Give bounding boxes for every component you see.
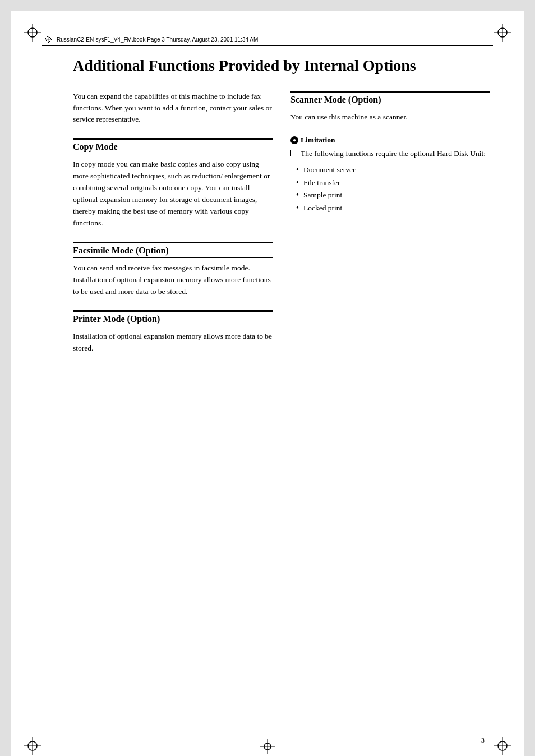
right-column: Scanner Mode (Option) You can use this m… <box>290 91 490 367</box>
list-item: Sample print <box>296 189 490 201</box>
content-area: Additional Functions Provided by Interna… <box>73 56 490 722</box>
printer-mode-body: Installation of optional expansion memor… <box>73 331 273 354</box>
list-item: Document server <box>296 164 490 176</box>
corner-mark-bl <box>21 735 44 756</box>
corner-mark-br <box>491 735 514 756</box>
two-column-layout: You can expand the capabilities of this … <box>73 91 490 367</box>
facsimile-mode-body: You can send and receive fax messages in… <box>73 262 273 298</box>
header-diamond-icon <box>44 35 52 43</box>
limitation-title: ● Limitation <box>290 136 490 145</box>
limitation-icon: ● <box>290 136 298 144</box>
facsimile-mode-heading-block: Facsimile Mode (Option) <box>73 242 273 258</box>
header-strip: RussianC2-EN-sysF1_V4_FM.book Page 3 Thu… <box>42 33 493 46</box>
corner-mark-tr <box>491 21 514 44</box>
section-copy-mode: Copy Mode In copy mode you can make basi… <box>73 138 273 229</box>
page-number: 3 <box>481 736 485 745</box>
bullet-item-locked-print: Locked print <box>303 202 342 214</box>
copy-mode-heading: Copy Mode <box>73 142 273 152</box>
corner-mark-tl <box>21 21 44 44</box>
limitation-checkbox-text: The following functions require the opti… <box>301 148 486 160</box>
limitation-checkbox-line: The following functions require the opti… <box>290 148 490 160</box>
list-item: File transfer <box>296 177 490 189</box>
bullet-item-sample-print: Sample print <box>303 189 342 201</box>
header-text: RussianC2-EN-sysF1_V4_FM.book Page 3 Thu… <box>57 36 258 43</box>
scanner-mode-heading-block: Scanner Mode (Option) <box>290 91 490 107</box>
list-item: Locked print <box>296 202 490 214</box>
intro-paragraph: You can expand the capabilities of this … <box>73 91 273 126</box>
scanner-mode-heading: Scanner Mode (Option) <box>290 95 490 105</box>
section-facsimile-mode: Facsimile Mode (Option) You can send and… <box>73 242 273 298</box>
left-column: You can expand the capabilities of this … <box>73 91 273 367</box>
scanner-mode-body: You can use this machine as a scanner. <box>290 112 490 123</box>
limitation-checkbox <box>290 150 297 156</box>
center-bottom-mark <box>259 738 276 756</box>
bullet-item-document-server: Document server <box>303 164 356 176</box>
limitation-block: ● Limitation The following functions req… <box>290 136 490 214</box>
page: RussianC2-EN-sysF1_V4_FM.book Page 3 Thu… <box>11 11 524 756</box>
section-scanner-mode: Scanner Mode (Option) You can use this m… <box>290 91 490 214</box>
bullet-item-file-transfer: File transfer <box>303 177 340 189</box>
copy-mode-heading-block: Copy Mode <box>73 138 273 154</box>
limitation-bullet-list: Document server File transfer Sample pri… <box>290 164 490 214</box>
limitation-label: Limitation <box>301 136 335 145</box>
copy-mode-body: In copy mode you can make basic copies a… <box>73 159 273 229</box>
printer-mode-heading: Printer Mode (Option) <box>73 314 273 324</box>
section-printer-mode: Printer Mode (Option) Installation of op… <box>73 310 273 354</box>
printer-mode-heading-block: Printer Mode (Option) <box>73 310 273 326</box>
page-title: Additional Functions Provided by Interna… <box>73 56 490 75</box>
facsimile-mode-heading: Facsimile Mode (Option) <box>73 246 273 256</box>
